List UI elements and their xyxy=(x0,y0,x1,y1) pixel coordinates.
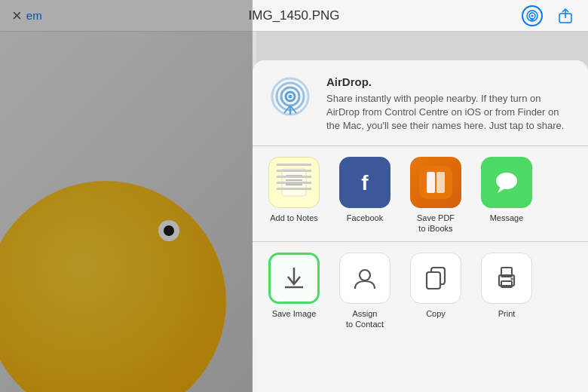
action-item-print[interactable]: Print xyxy=(473,253,541,319)
contact-svg xyxy=(351,265,378,292)
svg-point-12 xyxy=(289,95,292,99)
page-title: IMG_1450.PNG xyxy=(249,8,340,23)
message-icon xyxy=(481,157,532,208)
print-icon xyxy=(481,253,532,304)
top-bar-actions xyxy=(522,5,576,26)
airdrop-text: AirDrop. Share instantly with people nea… xyxy=(326,75,574,133)
svg-point-37 xyxy=(511,278,513,280)
dim-overlay xyxy=(0,0,253,392)
facebook-svg: f xyxy=(348,166,381,199)
save-svg xyxy=(280,265,308,292)
airdrop-title: AirDrop. xyxy=(326,75,372,88)
airdrop-description: Share instantly with people nearby. If t… xyxy=(326,92,574,133)
facebook-icon: f xyxy=(339,157,390,208)
assign-contact-label: Assignto Contact xyxy=(346,308,384,330)
airdrop-icon xyxy=(525,9,539,23)
app-item-notes[interactable]: Add to Notes xyxy=(260,157,328,223)
app-item-facebook[interactable]: f Facebook xyxy=(331,157,399,223)
app-item-message[interactable]: Message xyxy=(473,157,541,223)
facebook-label: Facebook xyxy=(347,213,383,223)
message-label: Message xyxy=(490,213,524,223)
svg-rect-23 xyxy=(419,166,452,199)
ibooks-icon xyxy=(410,157,461,208)
share-button[interactable] xyxy=(555,5,576,26)
svg-point-2 xyxy=(531,14,534,17)
airdrop-icon-wrap xyxy=(266,75,314,124)
action-item-save[interactable]: Save Image xyxy=(260,253,328,319)
copy-label: Copy xyxy=(426,308,446,319)
save-image-icon xyxy=(268,253,320,304)
app-row: Add to Notes f Facebook Save PDFto iBook… xyxy=(253,146,588,243)
ibooks-label: Save PDFto iBooks xyxy=(417,213,455,234)
svg-rect-33 xyxy=(427,272,440,289)
svg-rect-16 xyxy=(282,169,306,196)
svg-rect-25 xyxy=(436,172,445,193)
action-item-assign-contact[interactable]: Assignto Contact xyxy=(331,253,399,330)
app-item-ibooks[interactable]: Save PDFto iBooks xyxy=(402,157,470,234)
airdrop-button[interactable] xyxy=(522,5,543,26)
notes-svg xyxy=(277,166,311,199)
svg-rect-24 xyxy=(427,172,435,193)
share-sheet: AirDrop. Share instantly with people nea… xyxy=(253,60,588,392)
copy-svg xyxy=(422,265,449,292)
copy-icon xyxy=(410,253,461,304)
airdrop-section: AirDrop. Share instantly with people nea… xyxy=(253,60,588,146)
ibooks-svg xyxy=(419,166,452,199)
svg-point-31 xyxy=(360,270,370,280)
message-svg xyxy=(490,166,523,199)
action-item-copy[interactable]: Copy xyxy=(402,253,470,319)
notes-icon xyxy=(268,157,320,208)
save-image-label: Save Image xyxy=(272,308,317,319)
assign-contact-icon xyxy=(339,253,390,304)
print-label: Print xyxy=(498,308,516,319)
notes-label: Add to Notes xyxy=(270,213,318,223)
svg-point-27 xyxy=(496,173,517,189)
action-row: Save Image Assignto Contact Copy xyxy=(253,242,588,338)
svg-text:f: f xyxy=(361,171,369,194)
share-icon xyxy=(557,8,574,24)
airdrop-large-icon xyxy=(266,75,314,124)
print-svg xyxy=(493,265,520,292)
